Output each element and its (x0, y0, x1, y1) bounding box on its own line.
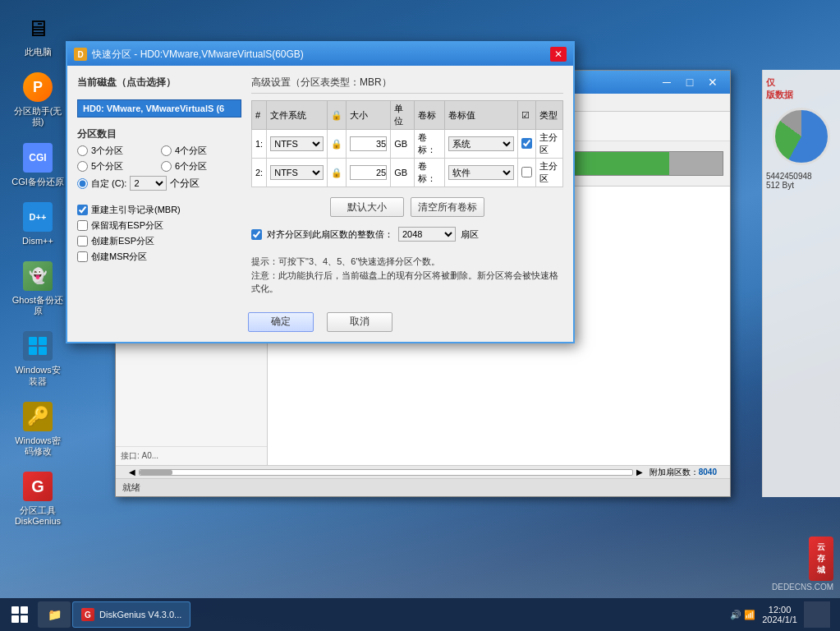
create-esp-input[interactable] (77, 236, 88, 246)
hint-line-1: 提示：可按下"3、4、5、6"快速选择分区个数。 (251, 255, 563, 269)
date-display: 2024/1/1 (762, 615, 797, 624)
row2-size[interactable] (347, 159, 391, 187)
keep-esp-label: 保留现有ESP分区 (91, 219, 163, 232)
start-icon (11, 606, 28, 623)
partition-radio-group: 3个分区 4个分区 5个分区 (77, 145, 241, 173)
table-btn-row: 默认大小 清空所有卷标 (251, 197, 563, 217)
default-size-btn[interactable]: 默认大小 (330, 197, 404, 217)
row1-fs-select[interactable]: NTFSFAT32exFAT (270, 136, 324, 151)
rebuild-mbr-input[interactable] (77, 205, 88, 215)
row2-size-input[interactable] (350, 165, 387, 180)
partition-settings-table: # 文件系统 🔒 大小 单位 卷标 卷标值 ☑ 类型 (251, 100, 563, 187)
col-primary: ☑ (518, 101, 536, 130)
partition-count-label: 分区数目 (77, 127, 241, 141)
partition-row-2: 2: NTFSFAT32exFAT 🔒 GB (252, 159, 563, 187)
radio-custom-label: 自定 (C): (91, 177, 126, 190)
radio-custom[interactable]: 自定 (C): (77, 177, 126, 190)
radio-custom-input[interactable] (77, 178, 88, 189)
hint-text: 提示：可按下"3、4、5、6"快速选择分区个数。 注意：此功能执行后，当前磁盘上… (251, 255, 563, 296)
row1-num: 1: (252, 130, 267, 159)
row1-lock: 🔒 (328, 130, 347, 159)
taskbar-diskgenius[interactable]: G DiskGenius V4.3.0... (72, 601, 190, 628)
row1-label-select[interactable]: 系统软件文档 (448, 136, 514, 151)
col-num: # (252, 101, 267, 130)
row1-size[interactable] (347, 130, 391, 159)
align-checkbox-input[interactable] (251, 229, 262, 240)
taskbar: 📁 G DiskGenius V4.3.0... 🔊 📶 12:00 2024/… (0, 598, 840, 631)
cancel-btn[interactable]: 取消 (327, 312, 392, 332)
dialog-right-section: 高级设置（分区表类型：MBR） # 文件系统 🔒 大小 单位 卷标 卷标值 (251, 76, 563, 296)
row2-primary-check[interactable] (518, 159, 536, 187)
dialog-body: 当前磁盘（点击选择） HD0: VMware, VMwareVirtualS (… (67, 66, 573, 306)
system-tray: 🔊 📶 12:00 2024/1/1 (723, 601, 837, 628)
create-esp-checkbox[interactable]: 创建新ESP分区 (77, 235, 241, 247)
row1-label-text: 卷标： (414, 130, 444, 159)
radio-4-label: 4个分区 (175, 145, 207, 157)
row2-lock: 🔒 (328, 159, 347, 187)
align-unit: 扇区 (461, 228, 479, 241)
options-checkbox-section: 重建主引导记录(MBR) 保留现有ESP分区 创建新ESP分区 创建M (77, 204, 241, 263)
row1-primary-check[interactable] (518, 130, 536, 159)
align-row: 对齐分区到此扇区数的整数倍： 204840961024 扇区 (251, 227, 563, 242)
radio-6-input[interactable] (161, 161, 172, 172)
disk-select-box[interactable]: HD0: VMware, VMwareVirtualS (6 (77, 99, 241, 117)
clear-labels-btn[interactable]: 清空所有卷标 (411, 197, 484, 217)
col-lock: 🔒 (328, 101, 347, 130)
row1-label-val[interactable]: 系统软件文档 (445, 130, 518, 159)
dialog-close-btn[interactable]: ✕ (550, 47, 567, 62)
radio-5-input[interactable] (77, 161, 88, 172)
radio-4-input[interactable] (161, 145, 172, 156)
row2-label-val[interactable]: 软件系统文档 (445, 159, 518, 187)
col-label: 卷标 (414, 101, 444, 130)
dialog-left-section: 当前磁盘（点击选择） HD0: VMware, VMwareVirtualS (… (77, 76, 241, 296)
create-msr-label: 创建MSR分区 (91, 251, 147, 263)
clock[interactable]: 12:00 2024/1/1 (762, 605, 797, 624)
custom-count-select[interactable]: 2 3 4 (130, 176, 167, 191)
rebuild-mbr-label: 重建主引导记录(MBR) (91, 204, 181, 216)
row2-fs[interactable]: NTFSFAT32exFAT (267, 159, 328, 187)
rebuild-mbr-checkbox[interactable]: 重建主引导记录(MBR) (77, 204, 241, 216)
col-unit: 单位 (391, 101, 414, 130)
partition-count-section: 分区数目 3个分区 4个分区 (77, 127, 241, 191)
keep-esp-checkbox[interactable]: 保留现有ESP分区 (77, 219, 241, 232)
radio-3-input[interactable] (77, 145, 88, 156)
radio-6partitions[interactable]: 6个分区 (161, 160, 241, 173)
radio-3partitions[interactable]: 3个分区 (77, 145, 158, 157)
confirm-btn[interactable]: 确定 (248, 312, 314, 332)
radio-3-label: 3个分区 (91, 145, 123, 157)
taskbar-diskgenius-icon: G (81, 608, 94, 621)
col-size: 大小 (347, 101, 391, 130)
create-esp-label: 创建新ESP分区 (91, 235, 154, 247)
create-msr-checkbox[interactable]: 创建MSR分区 (77, 251, 241, 263)
row2-primary-input[interactable] (521, 167, 532, 177)
dialog-footer: 确定 取消 (67, 306, 573, 342)
row1-size-input[interactable] (350, 136, 387, 151)
start-button[interactable] (3, 601, 36, 628)
custom-count-row: 自定 (C): 2 3 4 个分区 (77, 176, 241, 191)
row1-primary-label: 主分区 (536, 130, 563, 159)
create-msr-input[interactable] (77, 251, 88, 262)
radio-5-label: 5个分区 (91, 160, 123, 173)
file-explorer-icon: 📁 (46, 606, 62, 623)
row2-label-select[interactable]: 软件系统文档 (448, 165, 514, 180)
desktop: 🖥 此电脑 P 分区助手(无损) CGI CGI备份还原 D++ Dism++ (0, 0, 840, 631)
radio-4partitions[interactable]: 4个分区 (161, 145, 241, 157)
dialog-overlay: D 快速分区 - HD0:VMware,VMwareVirtualS(60GB)… (0, 0, 840, 631)
dialog-icon: D (74, 48, 87, 61)
partition-row-1: 1: NTFSFAT32exFAT 🔒 GB (252, 130, 563, 159)
radio-5partitions[interactable]: 5个分区 (77, 160, 158, 173)
row1-primary-input[interactable] (521, 138, 532, 149)
col-primary-label: 类型 (536, 101, 563, 130)
col-fs: 文件系统 (267, 101, 328, 130)
row1-fs[interactable]: NTFSFAT32exFAT (267, 130, 328, 159)
row2-unit: GB (391, 159, 414, 187)
show-desktop-btn[interactable] (804, 601, 830, 628)
row2-fs-select[interactable]: NTFSFAT32exFAT (270, 165, 324, 180)
advanced-settings-header: 高级设置（分区表类型：MBR） (251, 76, 563, 94)
hint-line-2: 注意：此功能执行后，当前磁盘上的现有分区将被删除。新分区将会被快速格式化。 (251, 269, 563, 296)
keep-esp-input[interactable] (77, 220, 88, 231)
align-sector-select[interactable]: 204840961024 (398, 227, 456, 242)
current-disk-label: 当前磁盘（点击选择） (77, 76, 241, 90)
taskbar-file-explorer[interactable]: 📁 (38, 601, 71, 628)
tray-icons: 🔊 📶 (730, 610, 755, 620)
